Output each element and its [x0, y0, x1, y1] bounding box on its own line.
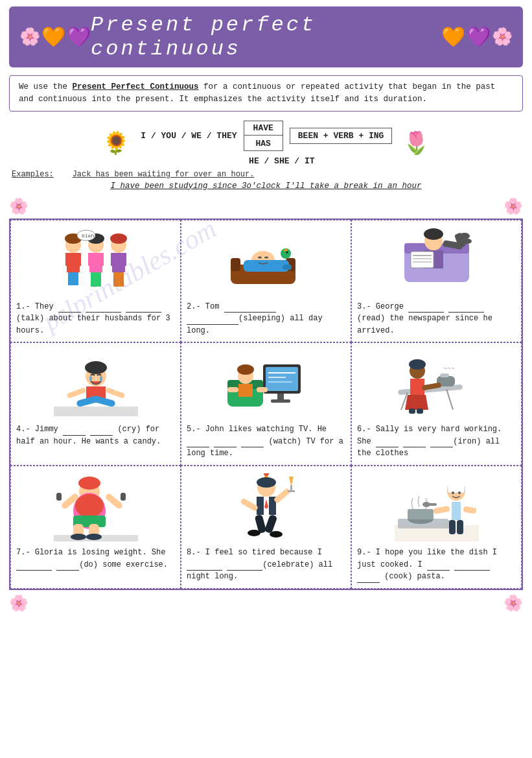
- svg-point-130: [422, 502, 430, 507]
- cell-6-text: 6.- Sally is very hard working. She (iro…: [357, 423, 516, 460]
- svg-rect-128: [463, 506, 476, 514]
- blank-4a: [63, 427, 86, 436]
- svg-line-73: [446, 389, 453, 410]
- svg-text:blah: blah: [82, 233, 94, 239]
- cell-9-text: 9.- I hope you like the dish I just cook…: [357, 547, 516, 583]
- page: pslprintables.com 🌸 🧡 💜 Present perfect …: [0, 0, 532, 758]
- svg-point-122: [446, 480, 466, 488]
- svg-rect-27: [244, 260, 289, 272]
- blank-8a: [187, 562, 222, 571]
- svg-rect-131: [449, 520, 456, 534]
- svg-rect-55: [66, 387, 86, 399]
- svg-point-92: [71, 534, 86, 540]
- svg-rect-107: [290, 485, 292, 490]
- blank-1a: [58, 303, 81, 313]
- svg-rect-82: [409, 409, 415, 414]
- cell-4-svg: [54, 351, 138, 416]
- svg-point-78: [409, 359, 426, 370]
- cell-6-svg: ~~~: [395, 351, 479, 416]
- svg-rect-12: [96, 272, 101, 287]
- heart-purple-left-icon: 💜: [67, 25, 91, 49]
- svg-point-124: [458, 492, 461, 494]
- blank-4b: [90, 427, 113, 436]
- exercise-cell-1: blah 1.- They (talk) 1about their husban…: [10, 220, 181, 343]
- svg-rect-10: [100, 253, 104, 266]
- svg-point-51: [100, 376, 102, 381]
- svg-point-88: [75, 494, 104, 517]
- svg-point-115: [270, 531, 283, 538]
- exercise-cell-3: 3.- George (read) the newspaper since he…: [351, 220, 522, 343]
- cell-5-text: 5.- John likes watching TV. He (watch) T…: [187, 423, 345, 460]
- heart-orange-right-icon: 🧡: [441, 25, 465, 49]
- heart-purple-right-icon: 💜: [467, 25, 491, 49]
- cell-8-text: 8.- I feel so tired because I (celebrate…: [187, 547, 345, 583]
- svg-point-46: [463, 239, 472, 244]
- svg-marker-80: [405, 395, 428, 410]
- svg-rect-62: [277, 394, 284, 400]
- cell-3-text: 3.- George (read) the newspaper since he…: [357, 301, 516, 337]
- svg-rect-28: [283, 265, 292, 270]
- svg-point-29: [258, 256, 262, 258]
- cell-1-svg: blah: [54, 229, 138, 294]
- blank-5a: [187, 438, 209, 447]
- svg-rect-17: [122, 253, 126, 266]
- example-1: Jack has been waiting for over an hour.: [73, 170, 255, 179]
- blank-9a: [427, 562, 450, 571]
- blank-7b: [56, 562, 79, 571]
- exercise-cell-4: 4.- Jimmy (cry) for half an hour. He wan…: [10, 342, 181, 466]
- cell-7-svg: [54, 473, 138, 541]
- grid-corner-tr-flower: 🌸: [503, 197, 523, 216]
- svg-rect-24: [231, 258, 240, 271]
- blank-2a: [224, 303, 276, 313]
- svg-rect-56: [105, 387, 125, 399]
- svg-point-20: [110, 233, 127, 244]
- cell-2-text: 2.- Tom (sleeping) all day long.: [187, 301, 345, 337]
- cell-2-svg: [224, 229, 308, 294]
- exercise-cell-7: 7.- Gloria is losing weight. She (do) so…: [10, 466, 181, 589]
- cell-5-image: [187, 348, 345, 420]
- svg-point-110: [290, 473, 292, 475]
- blank-5b: [214, 438, 237, 447]
- formula-flower-right: 🌷: [402, 130, 430, 157]
- flower-left-icon: 🌸: [19, 27, 40, 47]
- svg-point-86: [78, 477, 100, 490]
- svg-point-49: [85, 361, 107, 374]
- svg-text:~~~: ~~~: [443, 366, 455, 373]
- cell-8-image: [187, 471, 345, 543]
- svg-rect-68: [238, 384, 253, 397]
- blank-9c: [357, 574, 380, 583]
- blank-6a: [376, 438, 399, 447]
- header-right-decoration: 🧡 💜 🌸: [441, 25, 513, 49]
- svg-rect-16: [111, 253, 115, 266]
- svg-point-67: [237, 364, 254, 375]
- cell-7-text: 7.- Gloria is losing weight. She (do) so…: [16, 547, 175, 571]
- blank-1b: [86, 303, 121, 313]
- blank-3a: [408, 303, 444, 313]
- svg-rect-119: [408, 509, 434, 519]
- svg-point-114: [248, 530, 260, 536]
- svg-rect-83: [417, 409, 423, 414]
- cell-5-svg: [224, 351, 308, 416]
- page-title: Present perfect continuous: [91, 13, 441, 61]
- svg-point-30: [264, 256, 268, 258]
- svg-rect-127: [433, 505, 450, 514]
- svg-point-100: [264, 473, 269, 476]
- info-text-underlined: Present Perfect Continuous: [73, 82, 199, 91]
- svg-rect-70: [257, 387, 268, 392]
- svg-rect-97: [121, 493, 126, 501]
- exercise-cell-2: 2.- Tom (sleeping) all day long.: [181, 220, 351, 343]
- header-left-decoration: 🌸 🧡 💜: [19, 25, 91, 49]
- svg-rect-126: [452, 502, 461, 520]
- blank-6c: [430, 438, 453, 447]
- exercise-cell-5: 5.- John likes watching TV. He (watch) T…: [181, 342, 351, 466]
- blank-9b: [454, 562, 490, 571]
- example-2: I have been studying since 3o'clock I'll…: [9, 182, 523, 191]
- svg-rect-4: [68, 272, 73, 285]
- cell-6-image: ~~~: [357, 348, 516, 420]
- svg-rect-69: [227, 387, 238, 392]
- svg-point-93: [86, 534, 102, 540]
- info-box: We use the Present Perfect Continuous fo…: [9, 75, 523, 112]
- cell-8-svg: [224, 473, 308, 541]
- info-text-before: We use the: [19, 82, 73, 91]
- exercise-cell-6: ~~~ 6.- Sally is very hard working. S: [351, 342, 522, 466]
